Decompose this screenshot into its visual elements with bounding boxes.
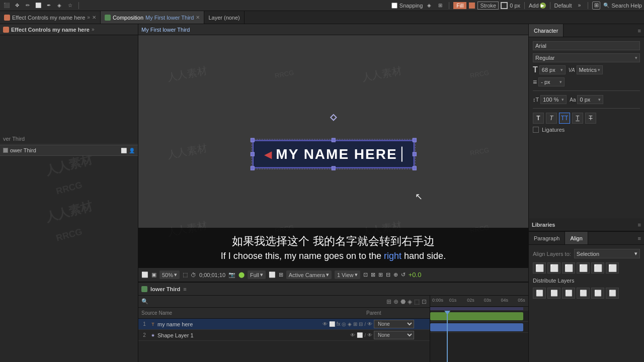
handle-br[interactable] bbox=[413, 166, 417, 170]
align-menu-icon[interactable]: ≡ bbox=[635, 232, 644, 244]
tl-bar-2[interactable] bbox=[430, 323, 523, 331]
tab-paragraph[interactable]: Paragraph bbox=[529, 232, 565, 244]
tl-icon-6[interactable]: ⊡ bbox=[422, 298, 427, 305]
fill-color-swatch[interactable] bbox=[468, 2, 475, 9]
comp-tab-close[interactable]: ✕ bbox=[196, 15, 200, 20]
workspace-icon[interactable]: ⊞ bbox=[592, 2, 600, 10]
align-top-btn[interactable]: ⬜ bbox=[577, 262, 590, 274]
ligatures-checkbox[interactable] bbox=[533, 127, 539, 133]
text-box[interactable]: ◀ MY NAME HERE bbox=[252, 140, 414, 168]
vc-color-icon[interactable]: ⬤ bbox=[238, 272, 245, 278]
snapping-icon-1[interactable]: ◈ bbox=[425, 1, 434, 10]
vc-icon-9[interactable]: ⊞ bbox=[378, 272, 383, 278]
tab-layer[interactable]: Layer (none) bbox=[204, 11, 244, 24]
zoom-dropdown[interactable]: 50% ▾ bbox=[159, 270, 180, 279]
toolbar-icon-7[interactable]: ☆ bbox=[65, 1, 74, 10]
libraries-menu-icon[interactable]: ≡ bbox=[638, 222, 641, 228]
layer-shy-icon-1[interactable]: 👁 bbox=[323, 321, 328, 327]
tl-work-area-bar[interactable] bbox=[430, 307, 523, 310]
tl-icon-3[interactable]: ⬣ bbox=[400, 298, 406, 305]
tab-close-icon[interactable]: ✕ bbox=[92, 15, 96, 20]
tab-effect-controls[interactable]: Effect Controls my name here » ✕ bbox=[0, 11, 101, 24]
font-size-value[interactable]: 68 px ▾ bbox=[539, 65, 566, 74]
handle-tr[interactable] bbox=[413, 138, 417, 142]
left-panel-expand[interactable]: » bbox=[92, 27, 95, 32]
tl-icon-2[interactable]: ⊕ bbox=[393, 298, 398, 305]
quality-dropdown[interactable]: Full ▾ bbox=[248, 270, 266, 279]
layer-fx-icon-1[interactable]: fx bbox=[337, 321, 341, 327]
leading-value[interactable]: - px ▾ bbox=[538, 77, 565, 86]
style-btn-T2[interactable]: T bbox=[572, 113, 583, 124]
camera-dropdown[interactable]: Active Camera ▾ bbox=[286, 270, 332, 279]
dist-btn-4[interactable]: ⬜ bbox=[577, 288, 590, 299]
vc-icon-11[interactable]: ⊕ bbox=[393, 272, 398, 278]
vc-icon-4[interactable]: ⏱ bbox=[191, 272, 196, 278]
layer-icon-1[interactable]: ⬜ bbox=[121, 148, 127, 153]
snapping-icon-2[interactable]: ⊞ bbox=[436, 1, 445, 10]
layer-eye-icon-1[interactable]: 👁 bbox=[367, 321, 372, 327]
tl-icon-4[interactable]: ◈ bbox=[408, 298, 412, 305]
scale-v-value[interactable]: 100 % ▾ bbox=[540, 95, 567, 104]
dist-btn-2[interactable]: ⬜ bbox=[547, 288, 560, 299]
vc-icon-1[interactable]: ⬜ bbox=[141, 272, 148, 278]
layer-pen-icon-2[interactable]: / bbox=[364, 333, 366, 338]
tl-bar-1[interactable] bbox=[430, 312, 523, 320]
baseline-value[interactable]: 0 px ▾ bbox=[577, 95, 603, 104]
timeline-layer-row-1[interactable]: 1 T my name here 👁 ⬜ fx ◎ ◈ ⊞ ⊟ / bbox=[138, 319, 430, 330]
style-btn-T-bold[interactable]: T bbox=[533, 113, 544, 124]
toolbar-icon-3[interactable]: ✏ bbox=[23, 1, 32, 10]
expand-icon[interactable]: » bbox=[575, 1, 584, 10]
toolbar-icon-2[interactable]: ✥ bbox=[13, 1, 22, 10]
fill-button[interactable]: Fill bbox=[453, 2, 466, 9]
stroke-button[interactable]: Stroke bbox=[477, 2, 499, 10]
layer-lock-icon-2[interactable]: ⬜ bbox=[357, 332, 363, 338]
tab-composition[interactable]: Composition My First lower Third ✕ bbox=[101, 11, 205, 24]
tab-character[interactable]: Character bbox=[529, 24, 564, 37]
style-btn-T3[interactable]: T bbox=[585, 113, 596, 124]
layer-parent-dropdown-1[interactable]: None bbox=[374, 320, 414, 328]
vc-icon-7[interactable]: ⊡ bbox=[363, 272, 368, 278]
handle-ml[interactable] bbox=[250, 152, 254, 156]
handle-bm[interactable] bbox=[331, 166, 335, 170]
stroke-color-swatch[interactable] bbox=[501, 2, 508, 9]
handle-bl[interactable] bbox=[250, 166, 254, 170]
align-bottom-btn[interactable]: ⬜ bbox=[606, 262, 619, 274]
font-style-display[interactable]: Regular ▾ bbox=[533, 53, 640, 62]
layer-3d-icon-1[interactable]: ⊟ bbox=[359, 321, 363, 327]
toolbar-icon-4[interactable]: ⬜ bbox=[34, 1, 43, 10]
handle-mr[interactable] bbox=[413, 152, 417, 156]
tl-playhead-line[interactable] bbox=[447, 311, 448, 362]
style-btn-T-italic[interactable]: T bbox=[546, 113, 557, 124]
layer-parent-dropdown-2[interactable]: None bbox=[374, 331, 414, 339]
align-center-h-btn[interactable]: ⬜ bbox=[547, 262, 560, 274]
layer-pen-icon-1[interactable]: / bbox=[364, 322, 366, 327]
dist-btn-1[interactable]: ⬜ bbox=[533, 288, 546, 299]
toolbar-icon-5[interactable]: ✒ bbox=[44, 1, 53, 10]
layer-icon-2[interactable]: 👤 bbox=[129, 148, 135, 153]
handle-tl[interactable] bbox=[250, 138, 254, 142]
handle-tm[interactable] bbox=[331, 138, 335, 142]
tl-icon-5[interactable]: ⬚ bbox=[414, 298, 420, 305]
align-right-btn[interactable]: ⬜ bbox=[562, 262, 575, 274]
vc-camera-icon[interactable]: 📷 bbox=[228, 272, 235, 278]
layer-shy-icon-2[interactable]: 👁 bbox=[350, 332, 355, 338]
layer-solo-icon-1[interactable]: ◎ bbox=[342, 321, 346, 327]
vc-icon-3[interactable]: ⬚ bbox=[183, 272, 188, 278]
add-button[interactable]: Add ▶ bbox=[529, 3, 546, 9]
dist-btn-3[interactable]: ⬜ bbox=[562, 288, 575, 299]
layer-motion-icon-1[interactable]: ◈ bbox=[348, 321, 352, 327]
align-center-v-btn[interactable]: ⬜ bbox=[591, 262, 604, 274]
toolbar-icon-1[interactable]: ⬛ bbox=[2, 1, 11, 10]
dist-btn-5[interactable]: ⬜ bbox=[591, 288, 604, 299]
style-btn-TT[interactable]: TT bbox=[559, 113, 570, 124]
timeline-layer-row-2[interactable]: 2 ★ Shape Layer 1 👁 ⬜ / 👁 None bbox=[138, 330, 430, 341]
view-dropdown[interactable]: 1 View ▾ bbox=[335, 270, 360, 279]
timeline-menu-icon[interactable]: ≡ bbox=[183, 286, 186, 292]
vc-icon-10[interactable]: ⊟ bbox=[386, 272, 390, 278]
default-button[interactable]: Default bbox=[554, 3, 572, 9]
align-to-dropdown[interactable]: Selection ▾ bbox=[574, 249, 640, 258]
layer-lock-icon-1[interactable]: ⬜ bbox=[329, 321, 335, 327]
vc-icon-8[interactable]: ⊠ bbox=[371, 272, 375, 278]
font-name-display[interactable]: Arial bbox=[533, 41, 640, 50]
vc-icon-12[interactable]: ↺ bbox=[401, 272, 406, 278]
